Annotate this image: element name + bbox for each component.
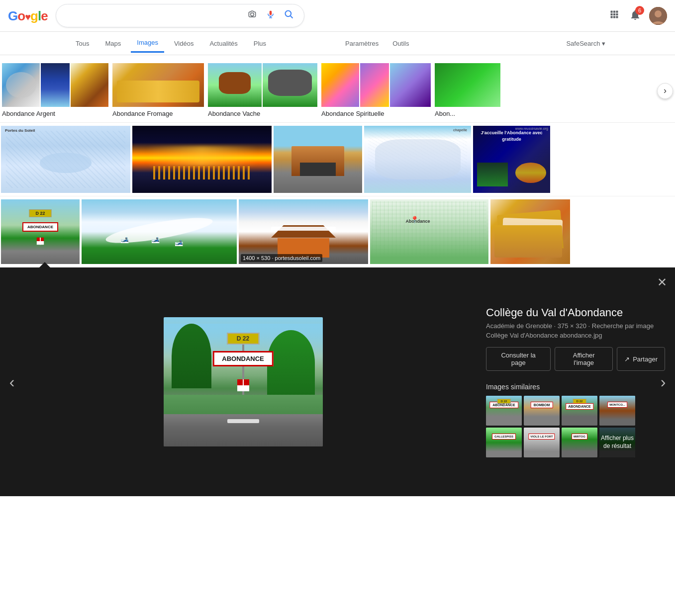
img-night-city[interactable]: [132, 126, 272, 193]
apps-grid-icon[interactable]: [607, 7, 621, 24]
image-row-2: D 22 ABONDANCE 🎿 🎿 🎿: [0, 196, 675, 267]
image-row-1: Portes du Soleil chapelle: [0, 123, 675, 196]
similar-img-7[interactable]: MIRTOG: [562, 428, 597, 457]
next-image-button[interactable]: ›: [651, 267, 675, 496]
category-last-label: Abon...: [435, 107, 500, 118]
notification-count: 6: [635, 6, 644, 15]
overlay-action-buttons: Consulter la page Afficher l'image ↗ Par…: [486, 347, 665, 371]
similar-img-3[interactable]: D 22 ABONDANCE: [562, 396, 597, 426]
cat-vache-img2: [263, 63, 317, 107]
share-icon: ↗: [624, 355, 630, 363]
img-location-map[interactable]: Abondance 📍: [370, 199, 488, 264]
search-icons: [245, 7, 296, 24]
svg-point-16: [655, 10, 662, 17]
image-results: Abondance Argent Abondance Fromage: [0, 55, 675, 267]
afficher-image-button[interactable]: Afficher l'image: [555, 347, 613, 371]
prev-image-button[interactable]: ‹: [0, 267, 24, 496]
google-logo[interactable]: Go♥gle: [8, 9, 48, 22]
header-right: 6: [607, 7, 667, 25]
nav-videos[interactable]: Vidéos: [168, 35, 200, 52]
more-results-label[interactable]: Afficher plus de résultat: [599, 428, 635, 457]
nav-bar: Tous Maps Images Vidéos Actualités Plus …: [0, 32, 675, 55]
overlay-info-panel: Collège du Val d'Abondance Académie de G…: [486, 286, 675, 477]
voice-search-icon[interactable]: [264, 8, 277, 23]
svg-point-4: [285, 11, 291, 17]
category-fromage-label: Abondance Fromage: [112, 107, 204, 118]
svg-rect-11: [616, 13, 618, 15]
svg-rect-9: [611, 13, 613, 15]
svg-rect-14: [616, 16, 618, 18]
svg-rect-7: [613, 11, 615, 13]
category-argent-label: Abondance Argent: [2, 107, 108, 118]
similar-img-4[interactable]: MONTCO...: [599, 396, 635, 426]
category-row: Abondance Argent Abondance Fromage: [0, 59, 675, 123]
overlay-image-area: D 22 ABONDANCE: [0, 267, 486, 496]
safesearch-toggle[interactable]: SafeSearch ▾: [566, 40, 605, 47]
detail-overlay: ✕ ‹ D 22 ABONDANCE: [0, 267, 675, 496]
nav-right: Paramètres Outils SafeSearch ▾: [339, 35, 605, 52]
category-spirituelle[interactable]: Abondance Spirituelle: [319, 61, 433, 120]
overlay-title: Collège du Val d'Abondance: [486, 306, 665, 319]
similar-images-grid: ABONDANCE D 22 BOMBOM D 22 ABONDANCE MON…: [486, 396, 665, 457]
img-gratitude[interactable]: J'accueille l'Abondance avec gratitude w…: [473, 126, 550, 193]
overlay-meta: Académie de Grenoble · 375 × 320 · Reche…: [486, 322, 665, 330]
search-input[interactable]: abondance: [64, 11, 240, 20]
img-map[interactable]: Portes du Soleil: [1, 126, 130, 193]
camera-search-icon[interactable]: [245, 7, 259, 24]
svg-line-5: [290, 16, 293, 18]
img-village-street[interactable]: [274, 126, 362, 193]
nav-images[interactable]: Images: [131, 34, 164, 53]
img-piste-map[interactable]: chapelle: [364, 126, 471, 193]
chalet-size-label: 1400 × 530 · portesdusoleil.com: [241, 254, 322, 262]
cat-argent-img1: [2, 63, 40, 107]
cat-vache-img1: [208, 63, 262, 107]
category-last[interactable]: Abon...: [433, 61, 502, 120]
img-cheese-slices[interactable]: [490, 199, 570, 264]
category-spirituelle-label: Abondance Spirituelle: [321, 107, 431, 118]
cat-fromage-img: [112, 63, 204, 107]
svg-rect-8: [616, 11, 618, 13]
search-submit-icon[interactable]: [282, 7, 296, 24]
category-fromage[interactable]: Abondance Fromage: [110, 61, 206, 120]
similar-img-more[interactable]: Afficher plus de résultat: [599, 428, 635, 457]
img-road-sign-thumb[interactable]: D 22 ABONDANCE: [1, 199, 80, 264]
img-ski-slopes[interactable]: 🎿 🎿 🎿: [82, 199, 237, 264]
cat-argent-img3: [71, 63, 108, 107]
consulter-page-button[interactable]: Consulter la page: [486, 347, 551, 371]
cat-argent-img2: [41, 63, 69, 107]
overlay-main-image[interactable]: D 22 ABONDANCE: [164, 317, 323, 446]
header: Go♥gle abondance: [0, 0, 675, 32]
category-argent[interactable]: Abondance Argent: [0, 61, 110, 120]
img-chalet-snow[interactable]: 1400 × 530 · portesdusoleil.com: [239, 199, 368, 264]
svg-rect-6: [611, 11, 613, 13]
svg-rect-13: [613, 16, 615, 18]
similar-img-1[interactable]: ABONDANCE D 22: [486, 396, 522, 426]
category-vache-label: Abondance Vache: [208, 107, 317, 118]
category-vache[interactable]: Abondance Vache: [206, 61, 319, 120]
user-avatar[interactable]: [649, 7, 667, 25]
nav-tous[interactable]: Tous: [70, 35, 95, 52]
svg-rect-10: [613, 13, 615, 15]
nav-actualites[interactable]: Actualités: [203, 35, 243, 52]
overlay-filename: Collège Val d'Abondance abondance.jpg: [486, 332, 665, 339]
cat-spirituelle-img1: [321, 63, 359, 107]
nav-parametres[interactable]: Paramètres: [339, 35, 385, 52]
similar-img-2[interactable]: BOMBOM: [524, 396, 560, 426]
similar-img-6[interactable]: VIOLS LE FORT: [524, 428, 560, 457]
overlay-pointer: [39, 262, 50, 267]
nav-outils[interactable]: Outils: [386, 35, 415, 52]
search-bar: abondance: [56, 4, 304, 27]
notifications-button[interactable]: 6: [629, 9, 641, 23]
category-scroll-right[interactable]: ›: [657, 83, 673, 99]
cat-spirituelle-img3: [390, 63, 431, 107]
nav-plus[interactable]: Plus: [248, 35, 272, 52]
svg-rect-12: [611, 16, 613, 18]
similar-img-5[interactable]: GALLESPISS: [486, 428, 522, 457]
cat-spirituelle-img2: [360, 63, 388, 107]
svg-rect-1: [269, 11, 272, 15]
similaires-label: Images similaires: [486, 383, 665, 391]
nav-maps[interactable]: Maps: [99, 35, 127, 52]
svg-point-0: [250, 13, 254, 16]
